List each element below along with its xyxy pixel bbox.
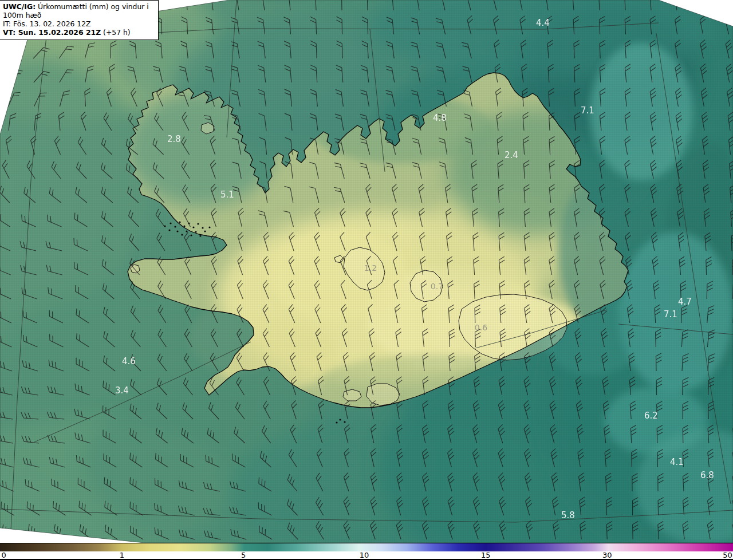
value-label: 2.4 [505, 150, 518, 160]
title-line: UWC/IG: Úrkomumætti (mm) og vindur i 100… [3, 2, 155, 19]
model-name: UWC/IG: [3, 2, 36, 11]
colorbar-tick-label: 10 [360, 551, 369, 559]
init-time: IT: Fös. 13. 02. 2026 12Z [3, 19, 155, 28]
value-label: 0.7 [431, 282, 443, 291]
colorbar-tick-labels: 01510153050 [0, 551, 733, 560]
value-label: 5.1 [220, 190, 234, 200]
value-label: 4.6 [122, 356, 136, 366]
value-label: 4.8 [433, 113, 447, 123]
value-label: 7.1 [581, 105, 594, 116]
value-label: 1.2 [364, 263, 377, 273]
colorbar-tick-label: 50 [723, 551, 732, 559]
colorbar-tick-label: 30 [602, 551, 612, 559]
map-canvas: 4.47.14.82.82.45.14.77.14.63.46.24.16.85… [0, 0, 733, 560]
colorbar-tick-label: 15 [481, 551, 491, 559]
value-label: 4.1 [670, 457, 684, 467]
map-clipped-area: 4.47.14.82.82.45.14.77.14.63.46.24.16.85… [0, 0, 733, 560]
value-label: 4.4 [536, 18, 550, 28]
colorbar-gradient [0, 543, 733, 551]
weather-map-figure: 4.47.14.82.82.45.14.77.14.63.46.24.16.85… [0, 0, 733, 560]
colorbar-tick-label: 5 [241, 551, 246, 559]
value-label: 0.6 [475, 323, 487, 332]
valid-time: VT: Sun. 15.02.2026 21Z (+57 h) [3, 28, 155, 37]
value-label: 5.8 [561, 510, 575, 520]
title-box: UWC/IG: Úrkomumætti (mm) og vindur i 100… [0, 0, 159, 40]
value-label: 4.7 [678, 297, 692, 307]
value-label: 6.2 [644, 411, 658, 421]
value-label: 7.1 [664, 309, 677, 320]
colorbar-tick-label: 0 [2, 551, 6, 559]
value-label: 6.8 [700, 470, 714, 480]
value-label: 2.8 [167, 134, 181, 144]
value-label: 3.4 [115, 385, 129, 396]
colorbar: 01510153050 [0, 543, 733, 560]
colorbar-tick-label: 1 [120, 551, 124, 559]
